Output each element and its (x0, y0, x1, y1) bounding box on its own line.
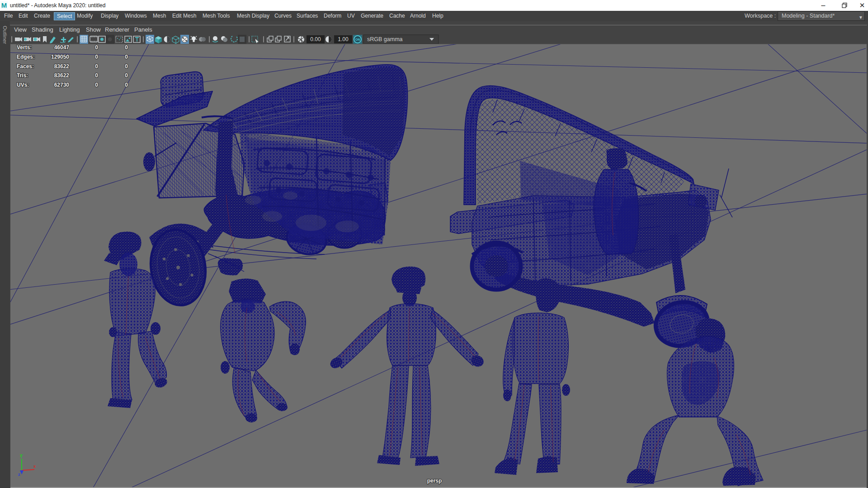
svg-text:46047: 46047 (54, 44, 70, 51)
svg-text:83622: 83622 (54, 72, 70, 79)
svg-text:UVs:: UVs: (17, 82, 29, 88)
svg-text:0: 0 (125, 63, 128, 70)
svg-text:0: 0 (125, 54, 128, 60)
svg-text:83622: 83622 (54, 63, 70, 70)
svg-text:Tris:: Tris: (17, 72, 28, 79)
svg-text:0: 0 (95, 72, 98, 79)
svg-text:y: y (20, 452, 23, 458)
svg-text:0: 0 (95, 63, 98, 70)
svg-text:0: 0 (125, 82, 128, 88)
svg-text:Verts:: Verts: (17, 44, 32, 51)
svg-text:1.00: 1.00 (338, 36, 349, 42)
svg-text:Edges:: Edges: (17, 54, 35, 60)
svg-text:sRGB gamma: sRGB gamma (367, 36, 403, 42)
svg-text:0: 0 (95, 44, 98, 51)
svg-text:62730: 62730 (54, 82, 70, 88)
svg-text:x: x (33, 464, 36, 469)
svg-text:z: z (18, 472, 20, 477)
svg-text:0: 0 (125, 72, 128, 79)
svg-text:ON: ON (355, 38, 360, 41)
svg-text:0: 0 (95, 82, 98, 88)
svg-text:0.00: 0.00 (310, 36, 321, 42)
svg-text:Faces:: Faces: (17, 63, 34, 70)
svg-text:0: 0 (95, 54, 98, 60)
svg-text:129050: 129050 (51, 54, 69, 60)
svg-text:0: 0 (125, 44, 128, 51)
svg-text:persp: persp (427, 478, 442, 484)
